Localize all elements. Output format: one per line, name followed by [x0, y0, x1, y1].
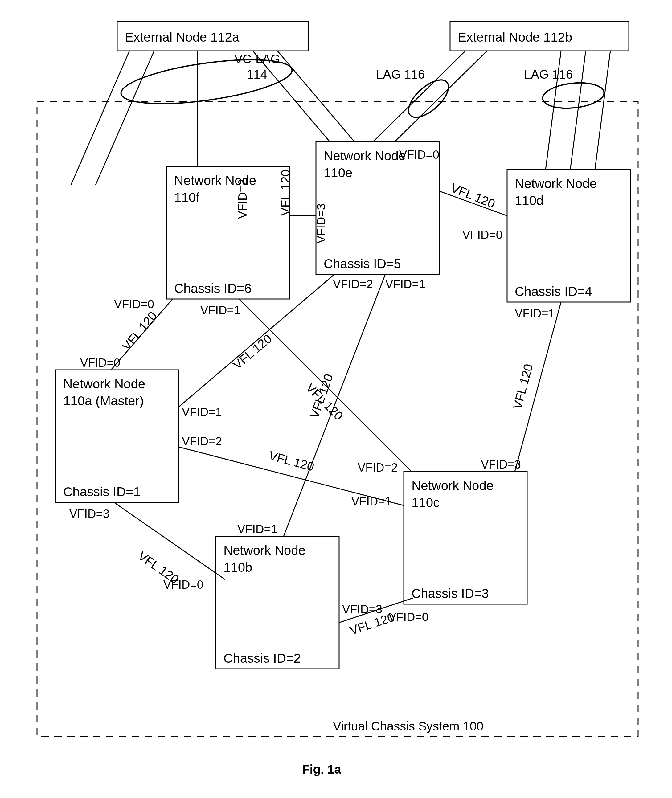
vfl-label-dc: VFL 120: [510, 363, 535, 411]
lag1-label: LAG 116: [376, 67, 425, 81]
node-f-sub: 110f: [174, 190, 200, 205]
vc-lag-links: [71, 51, 355, 185]
port-a-top: VFID=0: [80, 356, 120, 369]
port-e-l: VFID=3: [315, 203, 328, 243]
port-f-r: VFID=2: [236, 179, 249, 219]
port-f-b: VFID=1: [200, 304, 240, 317]
vc-lag-name: VC-LAG: [234, 52, 280, 66]
node-b-title: Network Node: [224, 543, 306, 558]
port-d-tl: VFID=0: [462, 229, 502, 241]
network-node-a: Network Node 110a (Master) Chassis ID=1: [56, 370, 179, 502]
port-c-t: VFID=3: [481, 458, 521, 471]
svg-line-11: [595, 51, 610, 170]
network-node-e: Network Node 110e Chassis ID=5: [316, 142, 439, 274]
svg-line-2: [71, 51, 130, 185]
node-c-title: Network Node: [411, 478, 493, 493]
figure-label: Fig. 1a: [302, 763, 341, 776]
external-node-b: External Node 112b: [450, 22, 629, 51]
vfl-label-ed: VFL 120: [449, 181, 497, 211]
vfl-label-fe: VFL 120: [278, 170, 292, 216]
port-b-r: VFID=3: [342, 603, 382, 616]
node-e-chassis: Chassis ID=5: [324, 256, 401, 271]
network-node-d: Network Node 110d Chassis ID=4: [507, 170, 630, 302]
svg-line-8: [395, 51, 487, 142]
vfl-label-af: VFL 120: [119, 309, 159, 353]
node-c-sub: 110c: [411, 495, 440, 510]
node-d-sub: 110d: [515, 193, 544, 208]
svg-line-7: [373, 51, 466, 142]
external-b-label: External Node 112b: [458, 30, 572, 45]
vfl-label-ac: VFL 120: [267, 448, 316, 473]
vfl-label-ae: VFL 120: [230, 332, 274, 372]
network-node-b: Network Node 110b Chassis ID=2: [216, 536, 339, 669]
network-node-f: Network Node 110f Chassis ID=6: [166, 166, 290, 299]
port-d-bl: VFID=1: [515, 307, 555, 320]
port-e-r: VFID=1: [385, 278, 426, 291]
node-a-title: Network Node: [63, 377, 145, 391]
svg-line-3: [96, 51, 154, 185]
node-a-sub: 110a (Master): [63, 393, 144, 408]
lag2-label: LAG 116: [524, 67, 573, 81]
node-d-chassis: Chassis ID=4: [515, 284, 592, 299]
node-b-sub: 110b: [224, 560, 252, 574]
node-c-chassis: Chassis ID=3: [411, 586, 489, 601]
node-b-chassis: Chassis ID=2: [224, 651, 301, 665]
lag1-links: [373, 51, 487, 142]
node-e-title: Network Node: [324, 149, 406, 163]
vfl-label-ab: VFL 120: [136, 549, 181, 587]
port-a-r1: VFID=1: [182, 406, 222, 419]
port-f-l: VFID=0: [114, 298, 154, 311]
port-e-tr: VFID=0: [399, 148, 439, 161]
node-d-title: Network Node: [515, 176, 597, 191]
port-a-bot: VFID=3: [69, 507, 109, 520]
external-node-a: External Node 112a: [117, 22, 308, 51]
node-f-chassis: Chassis ID=6: [174, 281, 251, 296]
vc-lag-num: 114: [246, 67, 267, 81]
virtual-chassis-system-label: Virtual Chassis System 100: [333, 720, 483, 733]
node-e-sub: 110e: [324, 166, 352, 180]
lag2-icon: [541, 80, 605, 111]
network-node-c: Network Node 110c Chassis ID=3: [404, 472, 527, 604]
external-a-label: External Node 112a: [125, 30, 240, 45]
port-b-tr: VFID=1: [237, 523, 277, 536]
svg-line-6: [277, 51, 355, 142]
port-a-r2: VFID=2: [182, 435, 222, 448]
port-c-l1: VFID=1: [351, 495, 392, 508]
port-e-b: VFID=2: [333, 278, 373, 291]
node-a-chassis: Chassis ID=1: [63, 485, 141, 499]
port-c-l2: VFID=2: [358, 461, 398, 474]
